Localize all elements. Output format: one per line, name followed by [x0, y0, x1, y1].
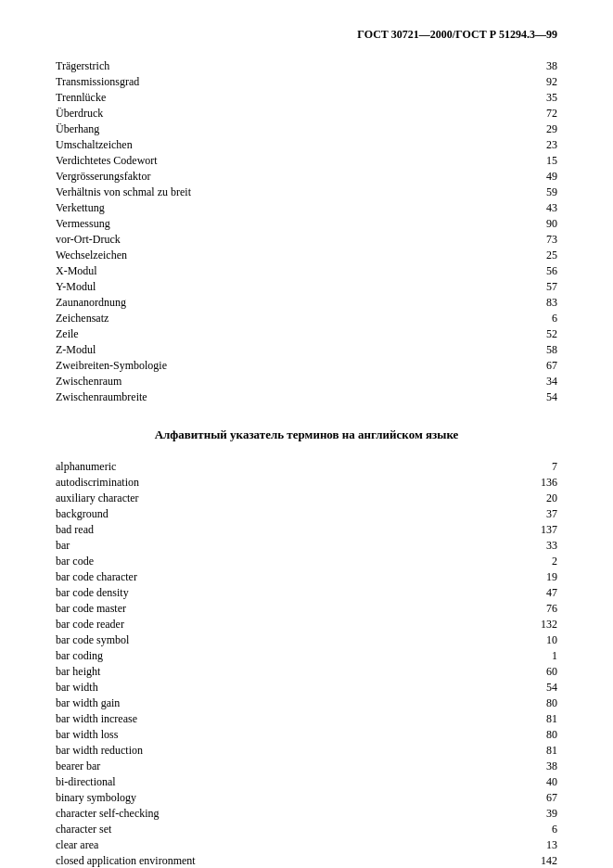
term-label: bar width loss — [56, 727, 432, 743]
table-row: Verkettung 43 — [56, 200, 557, 216]
table-row: bar code reader 132 — [56, 617, 557, 632]
term-label: bar code reader — [56, 617, 432, 632]
term-number: 35 — [432, 90, 557, 106]
header-text: ГОСТ 30721—2000/ГОСТ Р 51294.3—99 — [357, 28, 557, 41]
term-label: autodiscrimination — [56, 475, 432, 491]
term-number: 136 — [432, 475, 557, 491]
term-label: bar height — [56, 664, 432, 680]
table-row: Trägerstrich 38 — [56, 58, 557, 74]
table-row: vor-Ort-Druck 73 — [56, 232, 557, 248]
term-label: Zwischenraumbreite — [56, 389, 432, 405]
table-row: Überhang 29 — [56, 121, 557, 137]
term-number: 81 — [432, 743, 557, 759]
english-section-title: Алфавитный указатель терминов на английс… — [56, 428, 557, 442]
term-label: bar code symbol — [56, 632, 432, 648]
table-row: bar code density 47 — [56, 585, 557, 601]
table-row: Zweibreiten-Symbologie 67 — [56, 358, 557, 374]
table-row: Z-Modul 58 — [56, 342, 557, 358]
table-row: bearer bar 38 — [56, 759, 557, 774]
term-number: 58 — [432, 342, 557, 358]
table-row: Trennlücke 35 — [56, 90, 557, 106]
term-number: 54 — [432, 389, 557, 405]
term-label: bar — [56, 538, 432, 554]
table-row: bar width gain 80 — [56, 696, 557, 711]
term-label: Vergrösserungsfaktor — [56, 169, 432, 185]
term-number: 47 — [432, 585, 557, 601]
table-row: bar coding 1 — [56, 648, 557, 664]
term-number: 13 — [432, 837, 557, 853]
term-label: Verkettung — [56, 200, 432, 216]
term-number: 54 — [432, 680, 557, 696]
term-number: 34 — [432, 374, 557, 389]
term-label: Transmissionsgrad — [56, 74, 432, 90]
table-row: alphanumeric 7 — [56, 459, 557, 475]
table-row: binary symbology 67 — [56, 790, 557, 806]
term-label: bar code — [56, 554, 432, 569]
term-label: Überhang — [56, 121, 432, 137]
table-row: X-Modul 56 — [56, 263, 557, 279]
term-label: bad read — [56, 522, 432, 538]
term-label: vor-Ort-Druck — [56, 232, 432, 248]
term-number: 33 — [432, 538, 557, 554]
term-label: bar code density — [56, 585, 432, 601]
term-number: 19 — [432, 569, 557, 585]
term-label: background — [56, 506, 432, 522]
term-number: 6 — [432, 311, 557, 326]
table-row: bar width reduction 81 — [56, 743, 557, 759]
term-label: auxiliary character — [56, 491, 432, 506]
term-number: 67 — [432, 790, 557, 806]
term-label: Wechselzeichen — [56, 248, 432, 263]
term-label: bar width reduction — [56, 743, 432, 759]
term-label: Trägerstrich — [56, 58, 432, 74]
term-label: X-Modul — [56, 263, 432, 279]
term-label: bar coding — [56, 648, 432, 664]
table-row: Wechselzeichen 25 — [56, 248, 557, 263]
term-label: Z-Modul — [56, 342, 432, 358]
term-label: bar width increase — [56, 711, 432, 727]
table-row: Verhältnis von schmal zu breit 59 — [56, 185, 557, 200]
term-number: 59 — [432, 185, 557, 200]
term-number: 25 — [432, 248, 557, 263]
term-label: character set — [56, 822, 432, 837]
term-number: 80 — [432, 727, 557, 743]
table-row: Verdichtetes Codewort 15 — [56, 153, 557, 169]
term-number: 37 — [432, 506, 557, 522]
table-row: closed application environment 142 — [56, 853, 557, 868]
term-label: Zaunanordnung — [56, 295, 432, 311]
term-number: 83 — [432, 295, 557, 311]
term-label: Verhältnis von schmal zu breit — [56, 185, 432, 200]
term-number: 57 — [432, 279, 557, 295]
table-row: Zwischenraum 34 — [56, 374, 557, 389]
term-number: 7 — [432, 459, 557, 475]
table-row: character set 6 — [56, 822, 557, 837]
term-number: 60 — [432, 664, 557, 680]
term-number: 73 — [432, 232, 557, 248]
page-header: ГОСТ 30721—2000/ГОСТ Р 51294.3—99 — [56, 28, 557, 42]
term-label: bar code character — [56, 569, 432, 585]
term-label: alphanumeric — [56, 459, 432, 475]
term-label: bar code master — [56, 601, 432, 617]
term-label: bi-directional — [56, 774, 432, 790]
term-number: 38 — [432, 759, 557, 774]
term-number: 1 — [432, 648, 557, 664]
term-number: 81 — [432, 711, 557, 727]
english-index-table: alphanumeric 7 autodiscrimination 136 au… — [56, 459, 557, 868]
term-label: Vermessung — [56, 216, 432, 232]
term-label: character self-checking — [56, 806, 432, 822]
table-row: Transmissionsgrad 92 — [56, 74, 557, 90]
term-label: bar width gain — [56, 696, 432, 711]
term-label: Verdichtetes Codewort — [56, 153, 432, 169]
german-index-table: Trägerstrich 38 Transmissionsgrad 92 Tre… — [56, 58, 557, 405]
table-row: Überdruck 72 — [56, 106, 557, 121]
table-row: Vermessung 90 — [56, 216, 557, 232]
term-number: 29 — [432, 121, 557, 137]
table-row: bar 33 — [56, 538, 557, 554]
table-row: bar width loss 80 — [56, 727, 557, 743]
term-label: Y-Modul — [56, 279, 432, 295]
table-row: Zaunanordnung 83 — [56, 295, 557, 311]
table-row: Zeile 52 — [56, 326, 557, 342]
table-row: bad read 137 — [56, 522, 557, 538]
table-row: bar code 2 — [56, 554, 557, 569]
term-number: 15 — [432, 153, 557, 169]
table-row: character self-checking 39 — [56, 806, 557, 822]
